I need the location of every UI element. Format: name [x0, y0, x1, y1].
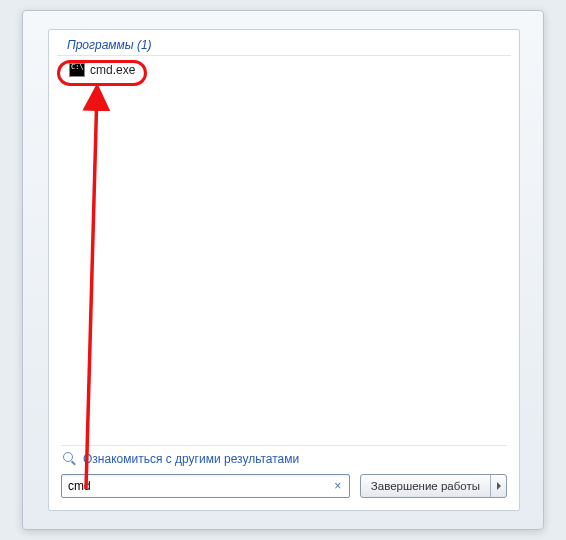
- bottom-area: Ознакомиться с другими результатами × За…: [49, 437, 519, 510]
- search-box[interactable]: ×: [61, 474, 350, 498]
- cmd-icon: [69, 63, 85, 77]
- shutdown-options-toggle[interactable]: [490, 475, 506, 497]
- result-item-label: cmd.exe: [90, 63, 135, 77]
- shutdown-button[interactable]: Завершение работы: [360, 474, 507, 498]
- more-results-link[interactable]: Ознакомиться с другими результатами: [61, 445, 507, 474]
- start-menu-frame: Программы (1) cmd.exe Ознакомиться с дру…: [22, 10, 544, 530]
- shutdown-label: Завершение работы: [371, 480, 480, 492]
- controls-row: × Завершение работы: [61, 474, 507, 498]
- clear-search-icon[interactable]: ×: [331, 479, 345, 493]
- chevron-right-icon: [497, 482, 501, 490]
- search-icon: [63, 452, 77, 466]
- section-header-programs: Программы (1): [57, 30, 511, 56]
- result-item-cmd[interactable]: cmd.exe: [63, 61, 141, 79]
- shutdown-main[interactable]: Завершение работы: [361, 475, 490, 497]
- section-header-label: Программы (1): [67, 38, 152, 52]
- search-input[interactable]: [68, 479, 331, 493]
- more-results-label: Ознакомиться с другими результатами: [83, 452, 299, 466]
- search-results-panel: Программы (1) cmd.exe Ознакомиться с дру…: [48, 29, 520, 511]
